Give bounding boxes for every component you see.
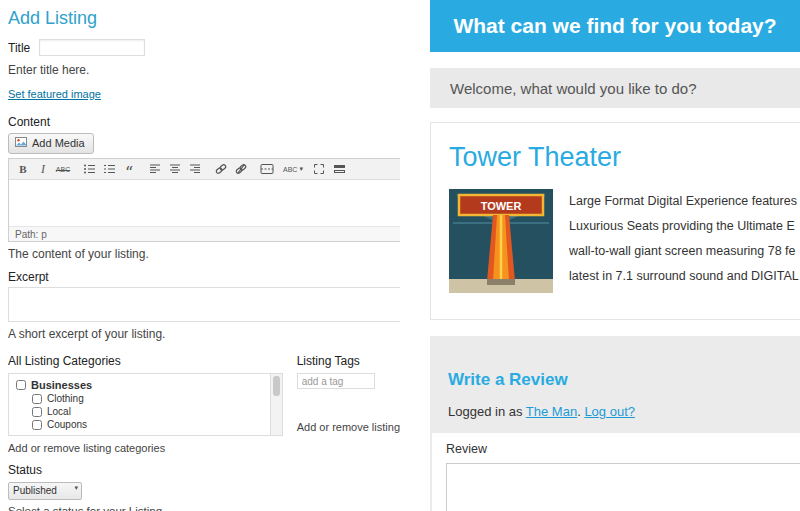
category-item: Businesses (16, 379, 268, 391)
category-checkbox-businesses[interactable] (16, 380, 26, 390)
excerpt-label: Excerpt (8, 270, 400, 284)
content-editor-area[interactable] (9, 180, 400, 226)
listing-photo: TOWER (449, 189, 553, 293)
align-center-icon[interactable] (165, 161, 185, 178)
logout-link[interactable]: Log out? (584, 404, 635, 419)
strikethrough-icon[interactable]: ABC (53, 161, 73, 178)
listing-description-line: Luxurious Seats providing the Ultimate E (569, 214, 799, 239)
category-checkbox-clothing[interactable] (32, 394, 42, 404)
numbered-list-icon[interactable] (99, 161, 119, 178)
bulleted-list-icon[interactable] (79, 161, 99, 178)
scrollbar-thumb[interactable] (273, 376, 280, 396)
category-item: Clothing (32, 393, 268, 404)
bold-icon[interactable]: B (13, 161, 33, 178)
category-label: Clothing (47, 393, 84, 404)
title-label: Title (8, 41, 30, 55)
add-media-label: Add Media (32, 137, 85, 149)
content-label: Content (8, 115, 400, 129)
align-left-icon[interactable] (145, 161, 165, 178)
logged-in-prefix: Logged in as (448, 404, 526, 419)
editor-path-bar: Path: p (9, 226, 400, 241)
spellcheck-icon[interactable]: ABC ▾ (283, 161, 303, 178)
categories-label: All Listing Categories (8, 354, 121, 368)
photo-sign-text: TOWER (481, 200, 522, 212)
categories-column: All Listing Categories Businesses Clothi… (8, 351, 283, 454)
content-hint: The content of your listing. (8, 247, 400, 261)
welcome-bar: Welcome, what would you like to do? (430, 68, 800, 108)
tag-input[interactable] (297, 373, 375, 389)
status-label: Status (8, 463, 400, 477)
status-hint: Select a status for your Listing. (8, 505, 400, 511)
align-right-icon[interactable] (185, 161, 205, 178)
category-label: Coupons (47, 419, 87, 430)
category-item: Coupons (32, 419, 268, 430)
category-checkbox-local[interactable] (32, 407, 42, 417)
categories-hint: Add or remove listing categories (8, 442, 283, 454)
categories-box: Businesses Clothing Local Coupons (8, 373, 283, 436)
italic-icon[interactable]: I (33, 161, 53, 178)
site-header: What can we find for you today? (430, 0, 800, 52)
user-link[interactable]: The Man (526, 404, 577, 419)
content-editor: B I ABC “ ABC ▾ Path: p (8, 158, 400, 242)
scrollbar[interactable] (270, 374, 282, 435)
category-item: Local (32, 406, 268, 417)
caret-down-icon: ▾ (299, 165, 303, 173)
excerpt-hint: A short excerpt of your listing. (8, 327, 400, 341)
more-tag-icon[interactable] (257, 161, 277, 178)
editor-toolbar: B I ABC “ ABC ▾ (9, 159, 400, 180)
tags-column: Listing Tags Add or remove listing (297, 351, 400, 454)
taxonomy-row: All Listing Categories Businesses Clothi… (8, 351, 400, 454)
link-icon[interactable] (211, 161, 231, 178)
listing-title: Tower Theater (449, 141, 800, 173)
set-featured-image-link[interactable]: Set featured image (8, 88, 101, 100)
review-section: Write a Review Logged in as The Man. Log… (430, 336, 800, 511)
category-label: Businesses (31, 379, 92, 391)
title-input[interactable] (39, 39, 145, 56)
unlink-icon[interactable] (231, 161, 251, 178)
listing-description-line: wall-to-wall giant screen measuring 78 f… (569, 239, 799, 264)
title-field-row: Title (8, 39, 400, 56)
page-title: Add Listing (8, 8, 400, 29)
welcome-text: Welcome, what would you like to do? (450, 80, 697, 97)
site-header-title: What can we find for you today? (453, 14, 776, 38)
review-field-label: Review (446, 442, 800, 456)
blockquote-icon[interactable]: “ (119, 161, 139, 178)
fullscreen-icon[interactable] (309, 161, 329, 178)
tags-label: Listing Tags (297, 354, 360, 368)
logged-in-line: Logged in as The Man. Log out? (448, 404, 800, 419)
add-media-icon (15, 136, 27, 150)
listing-description-line: latest in 7.1 surround sound and DIGITAL (569, 264, 799, 289)
review-box: Review (432, 433, 800, 511)
category-label: Local (47, 406, 71, 417)
review-title: Write a Review (448, 370, 800, 390)
title-hint: Enter title here. (8, 63, 400, 77)
status-select-wrap: Published ▾ (8, 480, 82, 500)
admin-panel: Add Listing Title Enter title here. Set … (0, 0, 400, 511)
listing-body: TOWER Large Format Digital Experience fe… (449, 189, 800, 293)
listing-description: Large Format Digital Experience features… (569, 189, 799, 293)
site-panel: What can we find for you today? Welcome,… (430, 0, 800, 511)
excerpt-textarea[interactable] (8, 287, 400, 322)
add-media-button[interactable]: Add Media (8, 133, 94, 154)
category-checkbox-coupons[interactable] (32, 420, 42, 430)
spellcheck-text: ABC (283, 166, 297, 173)
kitchen-sink-icon[interactable] (329, 161, 349, 178)
listing-description-line: Large Format Digital Experience features (569, 189, 799, 214)
status-select[interactable]: Published (8, 482, 82, 500)
review-textarea[interactable] (446, 463, 800, 511)
tags-hint: Add or remove listing (297, 421, 400, 433)
listing-card: Tower Theater TOWER Large Format Digital… (430, 122, 800, 320)
